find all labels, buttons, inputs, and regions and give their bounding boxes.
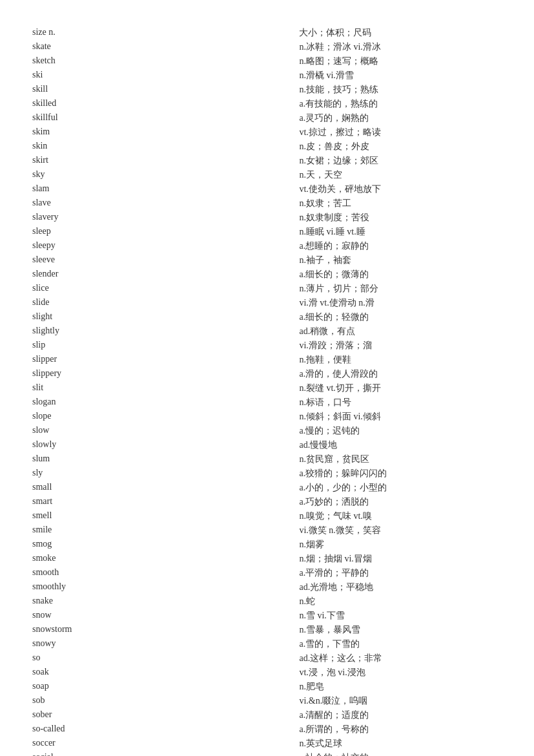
list-item: size n.大小；体积；尺码: [32, 26, 502, 40]
word-term: social: [32, 751, 299, 756]
word-definition: n.睡眠 vi.睡 vt.睡: [299, 225, 502, 239]
word-definition: n.薄片，切片；部分: [299, 282, 502, 296]
list-item: smoken.烟；抽烟 vi.冒烟: [32, 552, 502, 566]
word-term: so: [32, 651, 299, 666]
word-term: smart: [32, 495, 299, 509]
word-term: small: [32, 481, 299, 495]
word-term: snow: [32, 609, 299, 623]
list-item: slumn.贫民窟，贫民区: [32, 452, 502, 467]
word-term: slowly: [32, 438, 299, 452]
list-item: skilln.技能，技巧；熟练: [32, 83, 502, 97]
word-definition: n.雪暴，暴风雪: [299, 623, 502, 637]
list-item: sleeven.袖子，袖套: [32, 253, 502, 268]
word-definition: a.细长的；轻微的: [299, 310, 502, 324]
list-item: sociala.社会的；社交的: [32, 751, 502, 756]
list-item: skirtn.女裙；边缘；郊区: [32, 154, 502, 168]
word-term: smoothly: [32, 580, 299, 594]
word-definition: a.雪的，下雪的: [299, 637, 502, 651]
list-item: slightlyad.稍微，有点: [32, 324, 502, 339]
word-term: slogan: [32, 395, 299, 410]
word-definition: n.裂缝 vt.切开，撕开: [299, 381, 502, 395]
word-definition: a.滑的，使人滑跤的: [299, 367, 502, 381]
list-item: slya.狡猾的；躲眸闪闪的: [32, 467, 502, 481]
word-term: slum: [32, 452, 299, 467]
word-term: so-called: [32, 722, 299, 737]
word-definition: a.想睡的；寂静的: [299, 239, 502, 253]
word-definition: n.标语，口号: [299, 395, 502, 410]
list-item: so-calleda.所谓的，号称的: [32, 722, 502, 737]
word-definition: a.细长的；微薄的: [299, 268, 502, 282]
word-definition: n.袖子，袖套: [299, 253, 502, 268]
list-item: sobera.清醒的；适度的: [32, 708, 502, 722]
list-item: smalla.小的，少的；小型的: [32, 481, 502, 495]
word-term: smooth: [32, 566, 299, 580]
word-definition: vi.微笑 n.微笑，笑容: [299, 523, 502, 538]
word-definition: n.滑橇 vi.滑雪: [299, 68, 502, 83]
word-term: slipper: [32, 353, 299, 367]
word-term: sleep: [32, 225, 299, 239]
list-item: slicen.薄片，切片；部分: [32, 282, 502, 296]
word-term: slip: [32, 339, 299, 353]
word-term: snowy: [32, 637, 299, 651]
word-definition: n.皮；兽皮；外皮: [299, 140, 502, 154]
list-item: slaven.奴隶；苦工: [32, 196, 502, 211]
word-term: soccer: [32, 737, 299, 751]
word-definition: ad.光滑地；平稳地: [299, 580, 502, 594]
word-term: snowstorm: [32, 623, 299, 637]
list-item: slowa.慢的；迟钝的: [32, 424, 502, 438]
word-term: skillful: [32, 111, 299, 125]
word-definition: n.奴隶；苦工: [299, 196, 502, 211]
list-item: slighta.细长的；轻微的: [32, 310, 502, 324]
word-definition: n.拖鞋，便鞋: [299, 353, 502, 367]
word-definition: a.社会的；社交的: [299, 751, 502, 756]
word-definition: vi.滑 vt.使滑动 n.滑: [299, 296, 502, 310]
word-term: smoke: [32, 552, 299, 566]
word-definition: n.烟雾: [299, 538, 502, 552]
word-definition: a.灵巧的，娴熟的: [299, 111, 502, 125]
word-definition: a.平滑的；平静的: [299, 566, 502, 580]
list-item: slamvt.使劲关，砰地放下: [32, 182, 502, 196]
list-item: slaveryn.奴隶制度；苦役: [32, 211, 502, 225]
word-term: soap: [32, 680, 299, 694]
list-item: smogn.烟雾: [32, 538, 502, 552]
list-item: smoothlyad.光滑地；平稳地: [32, 580, 502, 594]
list-item: slopen.倾斜；斜面 vi.倾斜: [32, 410, 502, 424]
word-term: skill: [32, 83, 299, 97]
list-item: soad.这样；这么；非常: [32, 651, 502, 666]
word-term: skirt: [32, 154, 299, 168]
list-item: smootha.平滑的；平静的: [32, 566, 502, 580]
word-term: slice: [32, 282, 299, 296]
word-term: skate: [32, 40, 299, 54]
word-definition: n.蛇: [299, 594, 502, 609]
word-definition: n.技能，技巧；熟练: [299, 83, 502, 97]
list-item: snowstormn.雪暴，暴风雪: [32, 623, 502, 637]
list-item: slipvi.滑跤；滑落；溜: [32, 339, 502, 353]
word-term: slow: [32, 424, 299, 438]
list-item: slipperya.滑的，使人滑跤的: [32, 367, 502, 381]
word-term: sketch: [32, 54, 299, 68]
word-definition: n.奴隶制度；苦役: [299, 211, 502, 225]
list-item: soapn.肥皂: [32, 680, 502, 694]
word-term: sleeve: [32, 253, 299, 268]
list-item: skyn.天，天空: [32, 168, 502, 182]
word-term: smog: [32, 538, 299, 552]
list-item: skin.滑橇 vi.滑雪: [32, 68, 502, 83]
list-item: slowlyad.慢慢地: [32, 438, 502, 452]
word-definition: n.倾斜；斜面 vi.倾斜: [299, 410, 502, 424]
word-definition: ad.慢慢地: [299, 438, 502, 452]
word-definition: n.英式足球: [299, 737, 502, 751]
list-item: soccern.英式足球: [32, 737, 502, 751]
word-term: slave: [32, 196, 299, 211]
list-item: skaten.冰鞋；滑冰 vi.滑冰: [32, 40, 502, 54]
word-definition: a.所谓的，号称的: [299, 722, 502, 737]
word-term: smile: [32, 523, 299, 538]
word-definition: n.略图；速写；概略: [299, 54, 502, 68]
list-item: slogann.标语，口号: [32, 395, 502, 410]
word-term: sleepy: [32, 239, 299, 253]
word-term: slight: [32, 310, 299, 324]
word-definition: ad.稍微，有点: [299, 324, 502, 339]
word-term: slide: [32, 296, 299, 310]
list-item: skilleda.有技能的，熟练的: [32, 97, 502, 111]
word-definition: a.清醒的；适度的: [299, 708, 502, 722]
word-definition: n.肥皂: [299, 680, 502, 694]
